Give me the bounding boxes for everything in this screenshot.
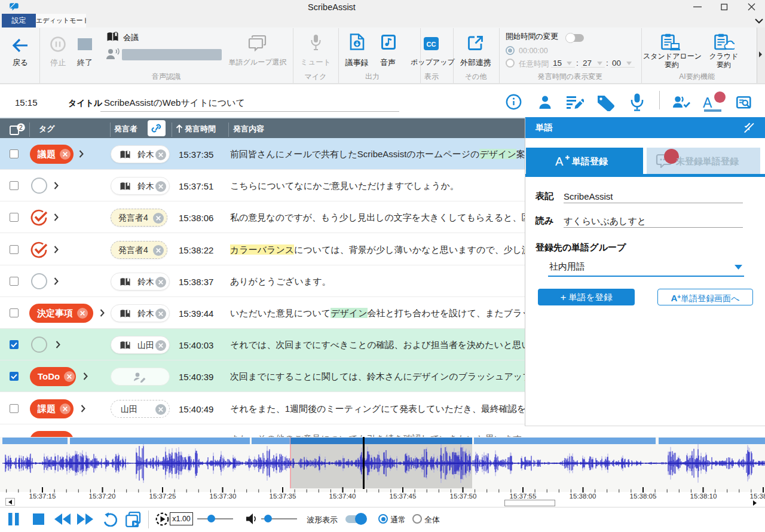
svg-text:2: 2 xyxy=(19,124,23,131)
svg-text:CC: CC xyxy=(427,41,436,48)
svg-text:A: A xyxy=(555,155,564,167)
